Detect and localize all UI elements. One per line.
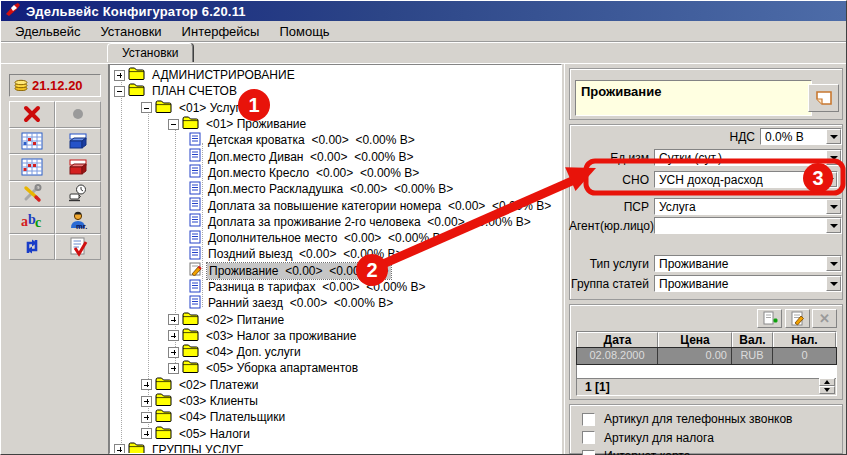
tree-item[interactable]: <05> Уборка апартаментов: [110, 360, 561, 376]
expand-toggle-icon[interactable]: [168, 347, 179, 358]
tree-item[interactable]: <05> Налоги: [110, 426, 561, 442]
sno-label: СНО: [569, 173, 654, 187]
checkbox[interactable]: [582, 431, 595, 444]
tree-item[interactable]: Доп.место Раскладушка <0.00> <0.00% В>: [110, 181, 561, 197]
note-button[interactable]: [808, 84, 839, 112]
document-icon: [189, 295, 201, 312]
folder-icon: [182, 312, 199, 328]
tree-item[interactable]: Ранний заезд <0.00> <0.00% В>: [110, 295, 561, 311]
service-name-input[interactable]: Проживание: [575, 80, 812, 116]
checkbox-label: Интернет карта: [604, 449, 690, 455]
menu-item[interactable]: Интерфейсы: [172, 22, 270, 41]
abc-dictionary-button[interactable]: a b c: [9, 207, 55, 234]
delete-button[interactable]: [9, 101, 55, 128]
checklist-button[interactable]: [55, 234, 101, 261]
expand-toggle-icon[interactable]: [141, 102, 152, 113]
checkbox[interactable]: [582, 413, 595, 426]
document-icon: [189, 279, 201, 296]
service-type-select[interactable]: Проживание: [654, 255, 842, 272]
tree-item[interactable]: Дополнительное место <0.00> <0.00% В>: [110, 230, 561, 246]
tree-item[interactable]: <02> Платежи: [110, 377, 561, 393]
tree-item[interactable]: Доп.место Диван <0.00> <0.00% В>: [110, 148, 561, 164]
tree-item[interactable]: <01> Услуги: [110, 100, 561, 116]
tree-item[interactable]: <03> Налог за проживание: [110, 328, 561, 344]
flag-row[interactable]: Артикул для телефонных звонков: [582, 412, 842, 426]
tree-item[interactable]: Проживание <0.00> <0.00% В>: [110, 263, 561, 279]
delete-price-button[interactable]: ✕: [812, 309, 837, 328]
edit-price-button[interactable]: [785, 309, 810, 328]
chevron-down-icon[interactable]: [826, 150, 841, 165]
expand-toggle-icon[interactable]: [141, 379, 152, 390]
person-mr-button[interactable]: mr.: [55, 207, 101, 234]
menu-item[interactable]: Эдельвейс: [5, 22, 90, 41]
tree-item[interactable]: ГРУППЫ УСЛУГ: [110, 442, 561, 454]
tree-item[interactable]: Доплата за проживание 2-го человека <0.0…: [110, 214, 561, 230]
calendar-blue-button[interactable]: [9, 128, 55, 155]
tree-item[interactable]: АДМИНИСТРИРОВАНИЕ: [110, 67, 561, 83]
expand-toggle-icon[interactable]: [168, 119, 179, 130]
article-group-select[interactable]: Проживание: [654, 275, 842, 292]
svg-text:a: a: [21, 214, 28, 229]
tree-item[interactable]: <04> Доп. услуги: [110, 344, 561, 360]
chevron-down-icon[interactable]: [826, 129, 841, 144]
tools-button[interactable]: [9, 181, 55, 208]
column-header[interactable]: Дата: [577, 332, 658, 348]
flag-row[interactable]: Артикул для налога: [582, 431, 842, 445]
expand-toggle-icon[interactable]: [114, 70, 125, 81]
tree-item[interactable]: <04> Плательщики: [110, 409, 561, 425]
tree-item[interactable]: <03> Клиенты: [110, 393, 561, 409]
tree-item[interactable]: Детская кроватка <0.00> <0.00% В>: [110, 132, 561, 148]
sno-select[interactable]: УСН доход-расход: [654, 171, 838, 188]
expand-toggle-icon[interactable]: [114, 444, 125, 454]
tree-item[interactable]: Доп.место Кресло <0.00> <0.00% В>: [110, 165, 561, 181]
record-dot-button[interactable]: [55, 101, 101, 128]
spinner-up-icon[interactable]: [819, 378, 835, 386]
cube-red-button[interactable]: [55, 154, 101, 181]
expand-toggle-icon[interactable]: [141, 396, 152, 407]
chevron-down-icon[interactable]: [826, 218, 841, 233]
tree-item[interactable]: Разница в тарифах <0.00> <0.00% В>: [110, 279, 561, 295]
menu-item[interactable]: Установки: [90, 22, 171, 41]
tree-item[interactable]: Поздний выезд <0.00> <0.00% В>: [110, 246, 561, 262]
price-table-row[interactable]: 02.08.2000 0.00 RUB 0: [577, 348, 836, 364]
add-price-button[interactable]: [757, 309, 782, 328]
expand-toggle-icon[interactable]: [168, 363, 179, 374]
column-header[interactable]: Цена: [658, 332, 732, 348]
time-service-button[interactable]: [55, 181, 101, 208]
calendar-red-button[interactable]: [9, 154, 55, 181]
psr-label: ПСР: [569, 200, 654, 214]
unit-select[interactable]: Сутки (сут.): [654, 149, 842, 166]
checkbox[interactable]: [582, 450, 595, 455]
tree-item-label: <03> Клиенты: [177, 393, 260, 409]
tree-item[interactable]: <01> Проживание: [110, 116, 561, 132]
spinner-down-icon[interactable]: [819, 386, 835, 394]
flag-row[interactable]: Интернет карта: [582, 449, 842, 455]
chevron-down-icon[interactable]: [826, 199, 841, 214]
chevron-down-icon[interactable]: [826, 276, 841, 291]
unit-label: Ед.изм: [569, 151, 654, 165]
agent-select[interactable]: [654, 217, 842, 234]
psr-select[interactable]: Услуга: [654, 198, 842, 215]
expand-toggle-icon[interactable]: [141, 428, 152, 439]
chevron-down-icon[interactable]: [822, 172, 837, 187]
chevron-down-icon[interactable]: [826, 256, 841, 271]
expand-toggle-icon[interactable]: [114, 86, 125, 97]
cube-blue-button[interactable]: [55, 128, 101, 155]
expand-toggle-icon[interactable]: [168, 330, 179, 341]
tab-ustanovki[interactable]: Установки: [107, 43, 193, 62]
expand-toggle-icon[interactable]: [168, 314, 179, 325]
nds-select[interactable]: 0.0% В: [760, 128, 842, 145]
column-header[interactable]: Вал.: [732, 332, 773, 348]
folder-icon: [155, 393, 172, 409]
folder-icon: [128, 442, 145, 454]
tree-item[interactable]: Доплата за повышение категории номера <0…: [110, 197, 561, 213]
tree-item[interactable]: <02> Питание: [110, 311, 561, 327]
tree-item-label: Ранний заезд <0.00> <0.00% В>: [206, 295, 395, 311]
column-header[interactable]: Нал.: [773, 332, 836, 348]
tree-item[interactable]: ПЛАН СЧЕТОВ: [110, 83, 561, 99]
expand-toggle-icon[interactable]: [141, 412, 152, 423]
current-date: 21.12.20: [32, 78, 83, 93]
menu-item[interactable]: Помощь: [269, 22, 339, 41]
sync-button[interactable]: [9, 234, 55, 261]
app-window: Эдельвейс Конфигуратор 6.20.11 Эдельвейс…: [0, 0, 847, 455]
